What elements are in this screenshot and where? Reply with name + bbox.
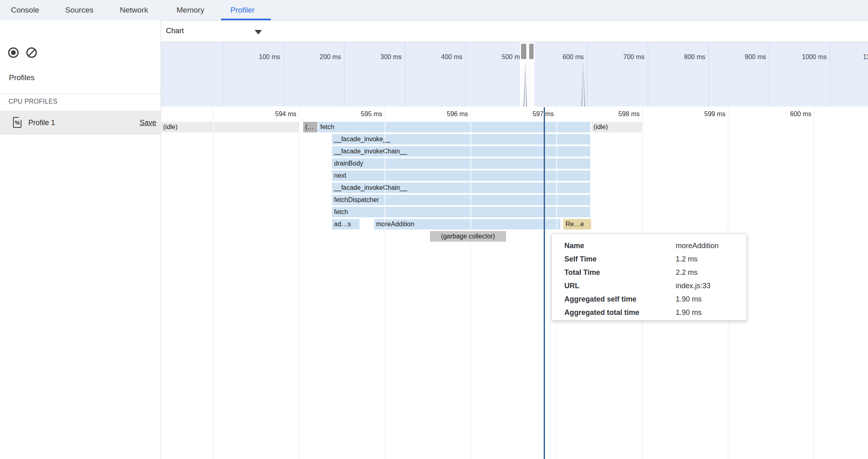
sidebar-item-profile-1[interactable]: % Profile 1 Save bbox=[0, 110, 161, 135]
save-profile-link[interactable]: Save bbox=[140, 110, 156, 135]
flame-bar[interactable]: (idle) bbox=[591, 122, 642, 132]
profiler-main-panel: Chart 100 ms200 ms300 ms400 ms500 ms600 … bbox=[161, 20, 868, 459]
overview-gridline bbox=[648, 42, 648, 106]
flame-chart: 594 ms595 ms596 ms597 ms598 ms599 ms600 … bbox=[161, 106, 868, 459]
tooltip-label: URL bbox=[564, 279, 676, 293]
tooltip-label: Aggregated self time bbox=[564, 293, 676, 306]
time-gridline bbox=[299, 106, 299, 459]
no-entry-icon bbox=[28, 49, 36, 56]
clear-profiles-button[interactable] bbox=[26, 47, 37, 58]
overview-tick-label: 300 ms bbox=[381, 53, 402, 61]
flame-bar[interactable]: (… bbox=[303, 122, 317, 132]
overview-tick-label: 800 ms bbox=[684, 53, 705, 61]
profile-document-icon: % bbox=[13, 117, 21, 128]
ruler-tick-label: 600 ms bbox=[790, 110, 811, 118]
flame-bar[interactable]: Re…e bbox=[564, 219, 591, 230]
overview-gridline bbox=[405, 42, 405, 106]
cpu-activity-spike bbox=[581, 63, 585, 106]
overview-tick-label: 100 ms bbox=[259, 53, 280, 61]
tooltip-label: Self Time bbox=[564, 253, 676, 266]
ruler-tick-label: 598 ms bbox=[619, 110, 640, 118]
timeline-overview[interactable]: 100 ms200 ms300 ms400 ms500 ms600 ms700 … bbox=[161, 42, 868, 107]
overview-gridline bbox=[283, 42, 284, 106]
tab-profiler[interactable]: Profiler bbox=[230, 0, 255, 20]
tab-sources[interactable]: Sources bbox=[65, 0, 94, 20]
overview-gridline bbox=[769, 42, 770, 106]
tooltip-value: 2.2 ms bbox=[676, 266, 738, 279]
ruler-tick-label: 595 ms bbox=[361, 110, 382, 118]
record-profile-button[interactable] bbox=[8, 47, 19, 58]
tab-memory[interactable]: Memory bbox=[177, 0, 204, 20]
overview-tick-label: 700 ms bbox=[623, 53, 645, 61]
time-gridline bbox=[213, 106, 213, 459]
tooltip-value: 1.90 ms bbox=[676, 293, 738, 306]
overview-tick-label: 1100 ms bbox=[863, 53, 868, 61]
chart-view-select[interactable]: Chart bbox=[166, 20, 271, 42]
overview-selection-handle-right[interactable] bbox=[529, 44, 534, 59]
tooltip-label: Total Time bbox=[564, 266, 676, 279]
flame-bar[interactable]: ad…s bbox=[332, 219, 360, 230]
ruler-tick-label: 596 ms bbox=[447, 110, 468, 118]
overview-gridline bbox=[708, 42, 709, 106]
overview-selection-handle-left[interactable] bbox=[521, 44, 526, 59]
overview-gridline bbox=[223, 42, 223, 106]
overview-gridline bbox=[466, 42, 466, 106]
tooltip-value: 1.90 ms bbox=[676, 306, 738, 319]
overview-gridline bbox=[830, 42, 830, 106]
profiles-heading: Profiles bbox=[9, 73, 34, 82]
devtools-window: Console Sources Network Memory Profiler … bbox=[0, 0, 868, 459]
overview-tick-label: 400 ms bbox=[441, 53, 462, 61]
ruler-tick-label: 594 ms bbox=[275, 110, 296, 118]
overview-tick-label: 600 ms bbox=[563, 53, 584, 61]
chart-view-selected-value: Chart bbox=[166, 27, 184, 35]
profile-name: Profile 1 bbox=[28, 110, 55, 135]
flame-bar[interactable]: drainBody bbox=[332, 158, 590, 169]
profiles-sidebar: Profiles CPU PROFILES % Profile 1 Save bbox=[0, 20, 161, 459]
overview-tick-label: 1000 ms bbox=[802, 53, 827, 61]
gridline-over-bars bbox=[385, 122, 385, 230]
gridline-over-bars bbox=[470, 122, 471, 230]
overview-tick-label: 900 ms bbox=[745, 53, 766, 61]
current-time-marker bbox=[544, 107, 545, 459]
overview-gridline bbox=[344, 42, 345, 106]
gridline-over-bars bbox=[213, 122, 214, 133]
tab-console[interactable]: Console bbox=[11, 0, 39, 20]
cpu-activity-spike bbox=[523, 62, 527, 106]
flame-bar[interactable]: fetch bbox=[332, 207, 590, 217]
tab-network[interactable]: Network bbox=[120, 0, 148, 20]
tooltip-label: Aggregated total time bbox=[564, 306, 676, 319]
flame-bar[interactable]: (idle) bbox=[161, 122, 299, 132]
flame-bar[interactable]: fetchDispatcher bbox=[332, 195, 590, 205]
flame-bar[interactable]: moreAddition bbox=[374, 219, 560, 230]
ruler-tick-label: 599 ms bbox=[704, 110, 725, 118]
time-gridline bbox=[814, 106, 814, 459]
gridline-over-bars bbox=[556, 122, 557, 230]
ruler-tick-label: 597 ms bbox=[533, 110, 554, 118]
tooltip-value: moreAddition bbox=[676, 239, 738, 253]
record-icon bbox=[11, 50, 16, 55]
flame-bar[interactable]: __facade_invokeChain__ bbox=[332, 146, 590, 157]
flame-bar-tooltip: NamemoreAddition Self Time1.2 ms Total T… bbox=[551, 234, 747, 321]
overview-gridline bbox=[587, 42, 587, 106]
tooltip-value: index.js:33 bbox=[676, 279, 738, 293]
cpu-profiles-heading: CPU PROFILES bbox=[9, 98, 57, 105]
overview-tick-label: 200 ms bbox=[320, 53, 341, 61]
tooltip-value: 1.2 ms bbox=[676, 253, 738, 266]
tooltip-label: Name bbox=[564, 239, 676, 253]
devtools-tab-bar: Console Sources Network Memory Profiler bbox=[0, 0, 868, 21]
sidebar-divider bbox=[0, 94, 161, 94]
chevron-down-icon bbox=[255, 30, 262, 34]
flame-bar[interactable]: __facade_invoke__ bbox=[332, 134, 590, 144]
flame-bar[interactable]: fetch bbox=[318, 122, 590, 132]
flame-bar[interactable]: next bbox=[332, 170, 590, 181]
flame-bar[interactable]: __facade_invokeChain__ bbox=[332, 183, 590, 193]
flame-bar[interactable]: (garbage collector) bbox=[430, 231, 506, 242]
